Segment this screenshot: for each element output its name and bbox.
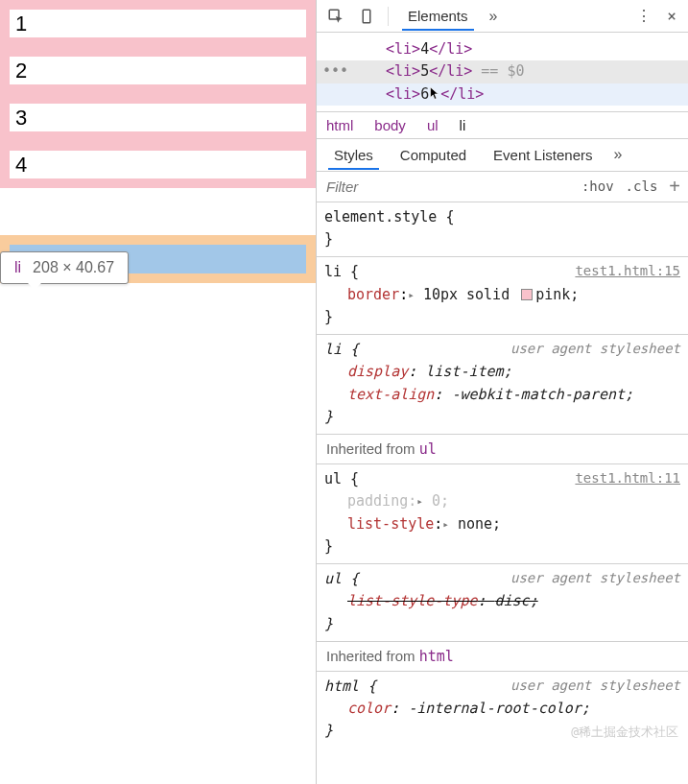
- closing-brace: }: [324, 535, 680, 558]
- css-property[interactable]: text-align: -webkit-match-parent;: [324, 384, 680, 406]
- device-toolbar-icon[interactable]: [353, 3, 380, 30]
- dom-node-selected[interactable]: •••<li>5</li> == $0: [317, 60, 688, 83]
- stylesheet-source-link[interactable]: test1.html:11: [575, 468, 680, 490]
- selector-text: ul {: [324, 468, 359, 490]
- list-item[interactable]: 4: [0, 141, 316, 188]
- list-item[interactable]: 3: [0, 94, 316, 141]
- list-item[interactable]: 1: [0, 0, 316, 47]
- close-icon[interactable]: ×: [661, 7, 682, 25]
- toolbar-separator: [388, 7, 389, 26]
- styles-filter-bar: :hov .cls +: [317, 172, 688, 202]
- css-property[interactable]: display: list-item;: [324, 361, 680, 383]
- tab-event-listeners[interactable]: Event Listeners: [482, 141, 604, 169]
- selector-text: ul {: [324, 568, 359, 590]
- closing-brace: }: [324, 228, 680, 250]
- watermark-text: @稀土掘金技术社区: [571, 723, 678, 742]
- stylesheet-source: user agent stylesheet: [510, 568, 680, 590]
- stylesheet-source: user agent stylesheet: [510, 676, 680, 698]
- breadcrumb-item[interactable]: ul: [427, 117, 439, 133]
- rule-element-style[interactable]: element.style { }: [317, 202, 688, 258]
- breadcrumb-item-current[interactable]: li: [460, 117, 466, 133]
- cursor-icon: [429, 86, 440, 102]
- css-property[interactable]: color: -internal-root-color;: [324, 698, 680, 720]
- styles-pane[interactable]: element.style { } li { test1.html:15 bor…: [317, 202, 688, 784]
- closing-brace: }: [324, 406, 680, 428]
- selector-text: html {: [324, 676, 376, 698]
- svg-rect-1: [363, 10, 370, 23]
- tab-styles[interactable]: Styles: [322, 141, 385, 169]
- list-item[interactable]: 2: [0, 47, 316, 94]
- element-tooltip: li 208 × 40.67: [0, 251, 129, 284]
- ellipsis-icon[interactable]: •••: [322, 60, 348, 83]
- new-style-rule-icon[interactable]: +: [669, 176, 680, 198]
- inherited-from-header: Inherited from html: [317, 642, 688, 672]
- rule-ul-ua[interactable]: ul { user agent stylesheet list-style-ty…: [317, 564, 688, 642]
- css-property[interactable]: list-style:▸ none;: [324, 513, 680, 535]
- rule-li-ua[interactable]: li { user agent stylesheet display: list…: [317, 335, 688, 435]
- rule-ul-user[interactable]: ul { test1.html:11 padding:▸ 0; list-sty…: [317, 464, 688, 564]
- more-subtabs-icon[interactable]: »: [607, 146, 628, 163]
- cls-toggle[interactable]: .cls: [626, 178, 658, 194]
- styles-subtabs: Styles Computed Event Listeners »: [317, 139, 688, 172]
- color-swatch-icon[interactable]: [521, 289, 533, 300]
- css-property-inactive[interactable]: padding:▸ 0;: [324, 490, 680, 512]
- more-tabs-icon[interactable]: »: [484, 8, 504, 25]
- closing-brace: }: [324, 613, 680, 635]
- css-property-overridden[interactable]: list-style-type: disc;: [324, 590, 680, 612]
- stylesheet-source: user agent stylesheet: [510, 339, 680, 361]
- hov-toggle[interactable]: :hov: [581, 178, 614, 194]
- devtools-toolbar: Elements » ⋮ ×: [317, 0, 688, 33]
- dom-tree[interactable]: <li>4</li> •••<li>5</li> == $0 <li>6</li…: [317, 33, 688, 111]
- filter-input[interactable]: [324, 178, 570, 196]
- breadcrumb: html body ul li: [317, 111, 688, 139]
- selector-text: li {: [324, 261, 359, 283]
- tab-computed[interactable]: Computed: [389, 141, 478, 169]
- dom-node[interactable]: <li>4</li>: [317, 38, 688, 60]
- rendered-page-preview[interactable]: 1 2 3 4 5 6 li 208 × 40.67: [0, 0, 317, 784]
- tooltip-dimensions: 208 × 40.67: [33, 259, 114, 276]
- stylesheet-source-link[interactable]: test1.html:15: [575, 261, 680, 283]
- breadcrumb-item[interactable]: body: [374, 117, 406, 133]
- rule-li-user[interactable]: li { test1.html:15 border:▸ 10px solid p…: [317, 257, 688, 335]
- closing-brace: }: [324, 306, 680, 328]
- devtools-panel: Elements » ⋮ × <li>4</li> •••<li>5</li> …: [317, 0, 688, 784]
- selector-text: element.style {: [324, 206, 680, 228]
- inherited-from-header: Inherited from ul: [317, 435, 688, 464]
- list-container: 1 2 3 4 5 6: [0, 0, 316, 283]
- inspect-element-icon[interactable]: [322, 3, 349, 30]
- rule-html-ua[interactable]: html { user agent stylesheet color: -int…: [317, 672, 688, 748]
- tooltip-tag: li: [14, 259, 21, 276]
- dom-node-hovered[interactable]: <li>6</li>: [317, 83, 688, 106]
- selector-text: li {: [324, 339, 359, 361]
- kebab-menu-icon[interactable]: ⋮: [630, 7, 657, 25]
- breadcrumb-item[interactable]: html: [326, 117, 353, 133]
- tab-elements[interactable]: Elements: [396, 2, 480, 30]
- css-property[interactable]: border:▸ 10px solid pink;: [324, 284, 680, 306]
